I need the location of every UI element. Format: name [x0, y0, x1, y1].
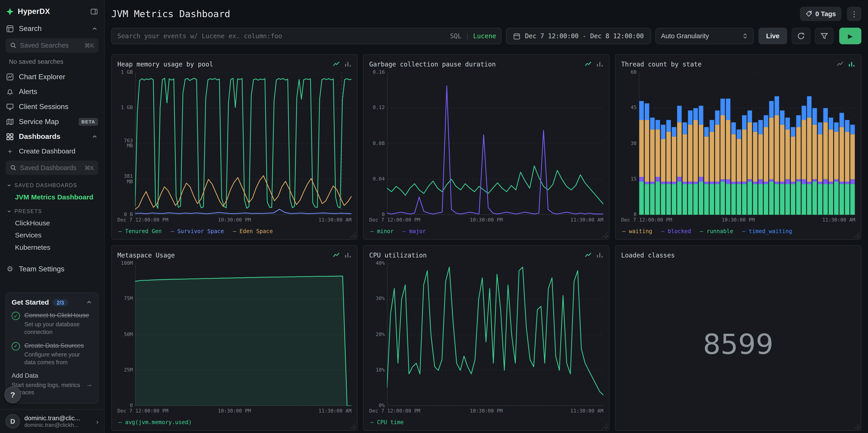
date-range-picker[interactable]: Dec 7 12:00:00 - Dec 8 12:00:00: [506, 28, 651, 44]
kebab-icon: ⋮: [850, 10, 858, 18]
get-started-step-sources[interactable]: ✓ Create Data Sources Configure where yo…: [11, 341, 92, 366]
shortcut-badge: ⌘K: [85, 42, 94, 49]
step-title: Add Data: [11, 372, 81, 380]
user-name: dominic.tran@clic...: [24, 414, 80, 422]
bar-chart-icon[interactable]: [344, 251, 351, 258]
event-search-wrap: SQL | Lucene: [111, 28, 502, 44]
refresh-icon: [797, 32, 805, 40]
get-started-step-connect[interactable]: ✓ Connect to ClickHouse Set up your data…: [11, 311, 92, 336]
chart-plot[interactable]: [387, 264, 603, 406]
query-language-toggle: SQL | Lucene: [450, 28, 496, 44]
presets-section[interactable]: PRESETS: [0, 205, 104, 217]
sidebar-dashboard-jvm-metrics[interactable]: JVM Metrics Dashboard: [0, 191, 104, 203]
line-chart-icon[interactable]: [836, 60, 844, 68]
chart-title: Loaded classes: [621, 251, 855, 259]
line-chart-icon[interactable]: [585, 251, 592, 258]
arrow-right-icon: →: [86, 380, 92, 388]
chart-plot[interactable]: [387, 73, 603, 215]
bar-chart-icon[interactable]: [848, 60, 855, 68]
get-started-step-add-data[interactable]: Add Data Start sending logs, metrics or …: [11, 372, 92, 397]
sidebar: HyperDX Search ⌘K No saved searches: [0, 0, 104, 433]
step-desc: Set up your database connection: [24, 321, 92, 336]
get-started-title: Get Started: [11, 299, 49, 306]
lucene-toggle[interactable]: Lucene: [473, 32, 496, 40]
dashboard-header: JVM Metrics Dashboard 0 Tags ⋮: [111, 0, 861, 24]
run-query-button[interactable]: ▶: [839, 28, 861, 44]
chevron-right-icon: ›: [96, 417, 99, 426]
section-label-text: PRESETS: [14, 208, 42, 214]
chart-panel-gc-pause[interactable]: Garbage collection pause duration 00.040…: [363, 54, 610, 240]
bar-chart-icon[interactable]: [596, 60, 603, 68]
sidebar-collapse-icon[interactable]: [90, 7, 98, 15]
event-search-input[interactable]: [111, 28, 502, 44]
page-title: JVM Metrics Dashboard: [111, 8, 230, 19]
line-chart-icon[interactable]: [333, 251, 340, 258]
get-started-card: Get Started 2/3 ✓ Connect to ClickHouse …: [5, 292, 98, 404]
granularity-select[interactable]: Auto Granularity: [655, 28, 754, 44]
sidebar-item-team-settings[interactable]: ⚙ Team Settings: [0, 261, 104, 276]
filter-button[interactable]: [815, 28, 834, 44]
chart-title: CPU utilization: [369, 251, 585, 259]
chart-title: Garbage collection pause duration: [369, 60, 585, 68]
saved-searches-input[interactable]: [20, 41, 81, 49]
chart-explorer-icon: [6, 73, 14, 81]
chart-plot[interactable]: [639, 73, 855, 215]
select-chevrons-icon: [742, 33, 748, 39]
brand-row: HyperDX: [0, 0, 104, 21]
x-axis: Dec 7 12:00:00 PM10:30:00 PM11:30:00 AM: [369, 408, 603, 416]
query-toolbar: SQL | Lucene Dec 7 12:00:00 - Dec 8 12:0…: [111, 28, 861, 44]
line-chart-icon[interactable]: [585, 60, 592, 68]
chevron-down-icon: [7, 182, 11, 187]
chart-panel-cpu[interactable]: CPU utilization 0%10%20%30%40% Dec 7 12:…: [363, 245, 610, 431]
saved-searches-input-wrap: ⌘K: [5, 38, 98, 53]
live-button[interactable]: Live: [758, 28, 787, 44]
saved-dashboards-section[interactable]: SAVED DASHBOARDS: [0, 179, 104, 191]
dashboard-grid: Heap memory usage by pool 0 B381 MB763 M…: [111, 54, 861, 431]
chart-panel-thread-count[interactable]: Thread count by state 015304560 Dec 7 12…: [615, 54, 861, 240]
sidebar-item-label: Chart Explorer: [19, 73, 98, 81]
bar-chart-icon[interactable]: [344, 60, 351, 68]
play-icon: ▶: [848, 32, 853, 40]
chart-title: Heap memory usage by pool: [117, 60, 333, 68]
sidebar-item-chart-explorer[interactable]: Chart Explorer: [0, 69, 104, 84]
sidebar-item-label: Dashboards: [19, 132, 87, 141]
map-icon: [6, 118, 14, 125]
chart-panel-heap-memory[interactable]: Heap memory usage by pool 0 B381 MB763 M…: [111, 54, 358, 240]
chart-plot[interactable]: [135, 73, 351, 215]
sidebar-item-label: Alerts: [19, 87, 98, 96]
user-menu[interactable]: D dominic.tran@clic... dominic.tran@clic…: [0, 409, 104, 433]
y-axis: 0%10%20%30%40%: [369, 264, 387, 406]
chart-plot[interactable]: [135, 264, 351, 406]
bar-chart-icon[interactable]: [596, 251, 603, 258]
tags-button[interactable]: 0 Tags: [800, 7, 842, 21]
hyperdx-logo-icon: [6, 7, 14, 15]
help-button[interactable]: ?: [4, 386, 21, 403]
sidebar-item-service-map[interactable]: Service Map BETA: [0, 114, 104, 129]
sidebar-item-alerts[interactable]: Alerts: [0, 84, 104, 99]
x-axis: Dec 7 12:00:00 PM10:30:00 PM11:30:00 AM: [369, 217, 603, 225]
x-axis: Dec 7 12:00:00 PM10:30:00 PM11:30:00 AM: [621, 217, 855, 225]
chevron-up-icon[interactable]: [86, 299, 92, 306]
chart-title: Metaspace Usage: [117, 251, 333, 259]
sidebar-item-search[interactable]: Search: [0, 21, 104, 36]
y-axis: 025M50M75M100M: [117, 264, 135, 406]
x-axis: Dec 7 12:00:00 PM10:30:00 PM11:30:00 AM: [117, 408, 351, 416]
line-chart-icon[interactable]: [333, 60, 340, 68]
create-dashboard-button[interactable]: + Create Dashboard: [0, 144, 104, 158]
plus-icon: +: [6, 147, 14, 155]
sidebar-preset-kubernetes[interactable]: Kubernetes: [0, 241, 104, 254]
sidebar-preset-services[interactable]: Services: [0, 229, 104, 242]
refresh-button[interactable]: [792, 28, 810, 44]
calendar-icon: [513, 32, 521, 40]
sidebar-preset-clickhouse[interactable]: ClickHouse: [0, 217, 104, 229]
sql-toggle[interactable]: SQL: [450, 32, 462, 40]
saved-dashboards-input[interactable]: [20, 164, 81, 172]
dashboard-menu-button[interactable]: ⋮: [847, 7, 861, 21]
sidebar-item-client-sessions[interactable]: Client Sessions: [0, 99, 104, 114]
chart-legend: —CPU time: [369, 417, 603, 427]
chart-panel-metaspace[interactable]: Metaspace Usage 025M50M75M100M Dec 7 12:…: [111, 245, 358, 431]
get-started-progress-badge: 2/3: [53, 299, 68, 306]
chart-panel-loaded-classes[interactable]: Loaded classes 8599: [615, 245, 861, 431]
sidebar-item-dashboards[interactable]: Dashboards: [0, 129, 104, 144]
chart-legend: —minor—major: [369, 226, 603, 236]
